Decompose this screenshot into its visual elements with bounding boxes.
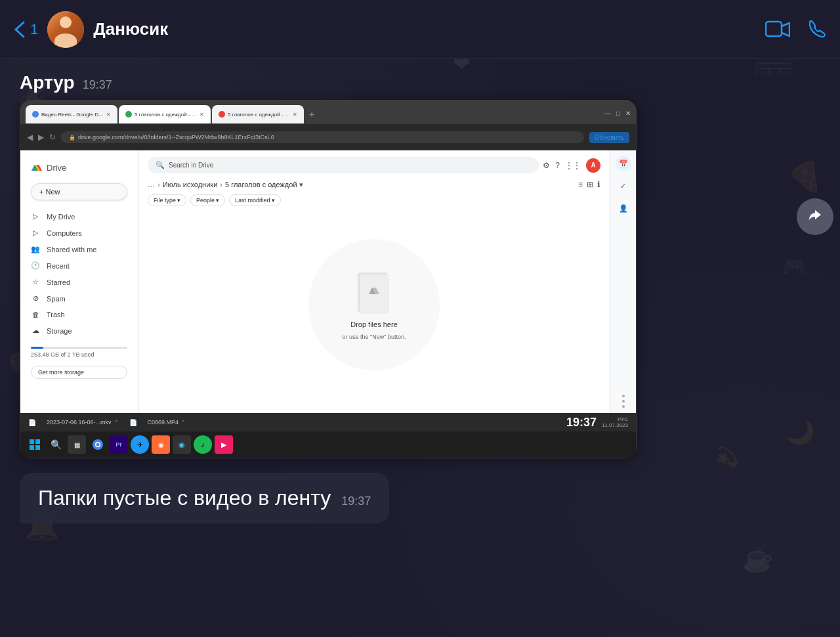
info-icon[interactable]: ℹ [597,180,600,189]
address-text: drive.google.com/drive/u/0/folders/1--Zs… [78,134,274,141]
storage-icon: ☁ [31,326,40,335]
svg-rect-6 [35,445,40,450]
storage-text: 253.48 GB of 2 TB used [31,351,127,358]
back-button[interactable]: 1 [13,20,38,39]
lock-icon: 🔒 [69,135,75,141]
file-caret-1[interactable]: ⌃ [114,420,119,426]
message-text: Папки пустые с видео в ленту [38,486,331,510]
settings-icon[interactable]: ⚙ [543,161,550,170]
telegram-taskbar[interactable]: ✈ [131,435,149,454]
sidebar-storage[interactable]: ☁ Storage [20,322,138,339]
new-tab-button[interactable]: + [305,108,318,121]
app-icon-7[interactable]: ♪ [194,435,212,454]
drop-circle: Drop files here or use the "New" button. [308,239,440,370]
windows-icon[interactable] [26,435,44,454]
breadcrumb-dropdown-icon[interactable]: ▾ [299,181,303,189]
address-bar-input[interactable]: 🔒 drive.google.com/drive/u/0/folders/1--… [61,131,584,143]
get-storage-button[interactable]: Get more storage [31,366,127,379]
sidebar-shared[interactable]: 👥 Shared with me [20,241,138,257]
file-download-bar: 📄 2023-07-06 16-06-...mkv ⌃ 📄 C0869.MP4 … [20,413,636,431]
filter-icon[interactable]: ≡ [578,180,583,189]
drive-contacts-icon[interactable]: 👤 [616,200,631,216]
search-taskbar-icon[interactable]: 🔍 [47,435,65,454]
screenshot-message: Видео Reels - Google Drive ✕ 5 глаголов … [20,100,637,458]
svg-rect-5 [30,445,34,450]
drive-tasks-icon[interactable]: ✓ [616,178,631,194]
sidebar-recent[interactable]: 🕐 Recent [20,257,138,274]
update-button[interactable]: Обновить [589,132,629,143]
text-message-time: 19:37 [341,494,371,508]
gdrive-screenshot: Видео Reels - Google Drive ✕ 5 глаголов … [20,100,637,458]
user-avatar[interactable]: A [586,158,600,173]
file-caret-2[interactable]: ⌃ [181,420,186,426]
windows-taskbar: 🔍 ▦ Pr ✈ ◉ ◉ ♪ ▶ [20,431,636,458]
message-sender-label: Артур 19:37 [20,72,820,93]
phone-icon[interactable] [806,19,827,40]
app-icon-5[interactable]: ◉ [152,435,170,454]
shared-icon: 👥 [31,245,40,253]
search-placeholder: Search in Drive [169,162,213,169]
taskbar-time: 19:37 [566,416,597,429]
drop-subtext: or use the "New" button. [343,334,406,340]
contact-name[interactable]: Данюсик [93,19,765,39]
chrome-tabs-bar: Видео Reels - Google Drive ✕ 5 глаголов … [20,100,636,124]
video-call-icon[interactable] [765,20,790,39]
tab-label-3: 5 глаголов с одеждой - Googl... [228,112,290,118]
app-icon-6[interactable]: ◉ [173,435,191,454]
svg-rect-0 [766,22,782,36]
text-message-bubble: Папки пустые с видео в ленту 19:37 [20,473,389,523]
premiere-taskbar[interactable]: Pr [110,435,128,454]
drive-sidebar: Drive + New ▷ My Drive ▷ Computers [20,150,138,413]
search-bar[interactable]: 🔍 Search in Drive [148,157,539,173]
drive-drop-icon [354,269,394,315]
recent-icon: 🕐 [31,261,40,270]
taskbar-lang: РУС [602,416,628,422]
taskview-icon[interactable]: ▦ [68,435,86,454]
help-icon[interactable]: ? [555,161,560,170]
computers-label: Computers [47,229,82,237]
chrome-tab-1[interactable]: Видео Reels - Google Drive ✕ [26,105,117,123]
drive-calendar-icon[interactable]: 📅 [616,156,631,171]
file-item-1: 2023-07-06 16-06-...mkv ⌃ [47,419,119,426]
chrome-tab-2[interactable]: 5 глаголов с одеждой - Googl... ✕ [119,105,211,123]
sidebar-computers[interactable]: ▷ Computers [20,225,138,241]
last-modified-filter[interactable]: Last modified ▾ [229,194,281,206]
tab-close-1[interactable]: ✕ [106,112,111,118]
dot-3 [622,405,625,408]
tab-close-2[interactable]: ✕ [200,112,204,118]
file-type-label: File type [154,197,176,204]
sidebar-starred[interactable]: ☆ Starred [20,274,138,290]
new-button[interactable]: + New [31,183,127,200]
breadcrumb-parent[interactable]: Июль исходники [163,181,218,188]
breadcrumb-current-text: 5 глаголов с одеждой [225,181,297,188]
nav-forward-btn[interactable]: ▶ [38,133,44,142]
sidebar-my-drive[interactable]: ▷ My Drive [20,208,138,225]
people-dropdown-icon: ▾ [216,197,219,204]
text-message-container: Папки пустые с видео в ленту 19:37 [20,469,820,523]
nav-refresh-btn[interactable]: ↻ [49,133,56,142]
filter-buttons: File type ▾ People ▾ Last modified ▾ [148,194,600,206]
view-controls-right: ≡ ⊞ ℹ [578,180,600,189]
apps-icon[interactable]: ⋮⋮ [565,161,581,170]
app-icon-8[interactable]: ▶ [215,435,233,454]
breadcrumb-ellipsis: … [148,181,155,188]
forward-button[interactable] [797,198,833,235]
nav-back-btn[interactable]: ◀ [27,133,33,142]
sidebar-spam[interactable]: ⊘ Spam [20,290,138,307]
trash-icon: 🗑 [31,311,40,318]
people-filter[interactable]: People ▾ [190,194,225,206]
drive-toolbar: 🔍 Search in Drive ⚙ ? ⋮⋮ A [148,157,600,173]
sidebar-trash[interactable]: 🗑 Trash [20,307,138,322]
file-type-dropdown-icon: ▾ [177,197,180,204]
tab-close-3[interactable]: ✕ [293,112,297,118]
grid-icon[interactable]: ⊞ [587,180,593,189]
file-icon-1: 📄 [28,419,36,426]
my-drive-icon: ▷ [31,212,40,221]
file-name-1: 2023-07-06 16-06-...mkv [47,419,112,426]
chrome-taskbar[interactable] [89,435,107,454]
file-type-filter[interactable]: File type ▾ [148,194,186,206]
chrome-tab-3[interactable]: 5 глаголов с одеждой - Googl... ✕ [212,105,304,123]
avatar[interactable] [47,11,84,48]
storage-bar-container: 253.48 GB of 2 TB used [20,341,138,363]
last-modified-dropdown-icon: ▾ [272,197,275,204]
